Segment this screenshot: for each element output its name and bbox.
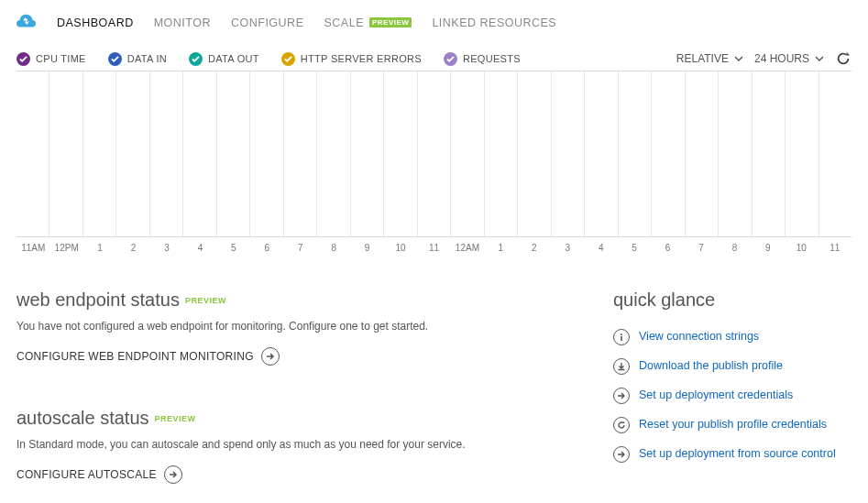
- autoscale-section: autoscale status PREVIEW In Standard mod…: [16, 408, 577, 484]
- legend-group: CPU TIME DATA IN DATA OUT HTTP SERVER ER…: [16, 52, 521, 66]
- quick-glance-link[interactable]: View connection strings: [639, 329, 759, 344]
- xaxis-tick: 1: [484, 243, 517, 253]
- tab-label: LINKED RESOURCES: [432, 16, 556, 29]
- xaxis-tick: 1: [83, 243, 116, 253]
- chart-column: [384, 71, 417, 236]
- chart-column: [552, 71, 585, 236]
- xaxis-tick: 5: [217, 243, 250, 253]
- arrow-right-icon: [164, 465, 182, 484]
- tab-label: DASHBOARD: [57, 16, 134, 29]
- chart-toolbar: CPU TIME DATA IN DATA OUT HTTP SERVER ER…: [16, 43, 852, 71]
- xaxis-tick: 12AM: [451, 243, 484, 253]
- chart-column: [719, 71, 752, 236]
- section-desc: In Standard mode, you can autoscale and …: [16, 438, 577, 451]
- xaxis-tick: 8: [718, 243, 751, 253]
- quick-glance-list: View connection stringsDownload the publ…: [613, 329, 852, 463]
- chart-column: [49, 71, 82, 236]
- legend-label: REQUESTS: [463, 53, 521, 64]
- chart-column: [16, 71, 49, 236]
- tab-scale[interactable]: SCALEPREVIEW: [324, 16, 412, 29]
- xaxis-tick: 2: [518, 243, 551, 253]
- check-icon: [281, 52, 295, 66]
- refresh-icon: [613, 417, 630, 433]
- chart-column: [116, 71, 149, 236]
- xaxis-tick: 10: [785, 243, 818, 253]
- download-icon: [613, 358, 630, 375]
- chart-column: [217, 71, 250, 236]
- legend-http-errors[interactable]: HTTP SERVER ERRORS: [281, 52, 422, 66]
- section-title: web endpoint status PREVIEW: [16, 290, 577, 311]
- quick-glance-item: Reset your publish profile credentials: [613, 417, 852, 433]
- legend-data-in[interactable]: DATA IN: [108, 52, 167, 66]
- quick-glance-link[interactable]: Download the publish profile: [639, 358, 783, 373]
- configure-autoscale-link[interactable]: CONFIGURE AUTOSCALE: [16, 465, 182, 484]
- tab-linked-resources[interactable]: LINKED RESOURCES: [432, 16, 556, 29]
- chart-column: [786, 71, 819, 236]
- xaxis-tick: 3: [551, 243, 584, 253]
- check-icon: [444, 52, 457, 66]
- legend-requests[interactable]: REQUESTS: [444, 52, 521, 66]
- section-title: quick glance: [613, 290, 852, 311]
- legend-cpu-time[interactable]: CPU TIME: [16, 52, 86, 66]
- tab-dashboard[interactable]: DASHBOARD: [57, 16, 134, 29]
- quick-glance-item: Download the publish profile: [613, 358, 852, 375]
- chart-column: [284, 71, 317, 236]
- chart-column: [619, 71, 652, 236]
- section-desc: You have not configured a web endpoint f…: [16, 320, 577, 333]
- section-title-text: autoscale status: [16, 408, 149, 429]
- quick-glance-panel: quick glance View connection stringsDown…: [613, 290, 852, 484]
- time-range-select[interactable]: 24 HOURS: [754, 52, 824, 65]
- quick-glance-link[interactable]: Set up deployment from source control: [639, 446, 836, 461]
- web-endpoint-section: web endpoint status PREVIEW You have not…: [16, 290, 577, 366]
- chart-column: [585, 71, 618, 236]
- section-title: autoscale status PREVIEW: [16, 408, 577, 429]
- chevron-down-icon: [734, 54, 743, 63]
- legend-label: HTTP SERVER ERRORS: [301, 53, 422, 64]
- quick-glance-link[interactable]: Set up deployment credentials: [639, 388, 793, 402]
- chart-column: [819, 71, 852, 236]
- xaxis-tick: 6: [250, 243, 283, 253]
- xaxis-tick: 11: [819, 243, 852, 253]
- time-mode-select[interactable]: RELATIVE: [676, 52, 743, 65]
- xaxis-tick: 12PM: [49, 243, 82, 253]
- chart-column: [83, 71, 116, 236]
- xaxis-tick: 11: [417, 243, 450, 253]
- chart-column: [150, 71, 183, 236]
- xaxis-tick: 11AM: [16, 243, 49, 253]
- chart-column: [652, 71, 685, 236]
- action-label: CONFIGURE AUTOSCALE: [16, 468, 157, 481]
- nav-tabs: DASHBOARD MONITOR CONFIGURE SCALEPREVIEW…: [16, 7, 852, 43]
- chart-column: [250, 71, 283, 236]
- time-range-label: 24 HOURS: [754, 52, 809, 65]
- chart-column: [418, 71, 451, 236]
- legend-label: CPU TIME: [36, 53, 86, 64]
- quick-glance-item: Set up deployment from source control: [613, 446, 852, 463]
- chart-column: [753, 71, 786, 236]
- tab-label: MONITOR: [154, 16, 211, 29]
- chart-column: [351, 71, 384, 236]
- tab-configure[interactable]: CONFIGURE: [231, 16, 304, 29]
- xaxis-tick: 4: [584, 243, 617, 253]
- arrow-right-icon: [261, 347, 280, 366]
- configure-web-endpoint-link[interactable]: CONFIGURE WEB ENDPOINT MONITORING: [16, 347, 280, 366]
- legend-label: DATA IN: [127, 53, 167, 64]
- svg-point-0: [621, 334, 622, 335]
- check-icon: [189, 52, 203, 66]
- chart-area: [16, 71, 852, 237]
- legend-data-out[interactable]: DATA OUT: [189, 52, 259, 66]
- chevron-down-icon: [815, 54, 824, 63]
- preview-badge: PREVIEW: [369, 17, 412, 27]
- chart-column: [485, 71, 518, 236]
- tab-monitor[interactable]: MONITOR: [154, 16, 211, 29]
- action-label: CONFIGURE WEB ENDPOINT MONITORING: [16, 350, 254, 363]
- xaxis-tick: 2: [116, 243, 149, 253]
- refresh-icon[interactable]: [835, 50, 852, 67]
- tab-label: SCALE: [324, 16, 364, 29]
- tab-label: CONFIGURE: [231, 16, 304, 29]
- quick-glance-link[interactable]: Reset your publish profile credentials: [639, 417, 827, 432]
- info-icon: [613, 329, 630, 345]
- xaxis-tick: 6: [651, 243, 684, 253]
- section-title-text: quick glance: [613, 290, 715, 311]
- quick-glance-item: View connection strings: [613, 329, 852, 345]
- chart-column: [686, 71, 719, 236]
